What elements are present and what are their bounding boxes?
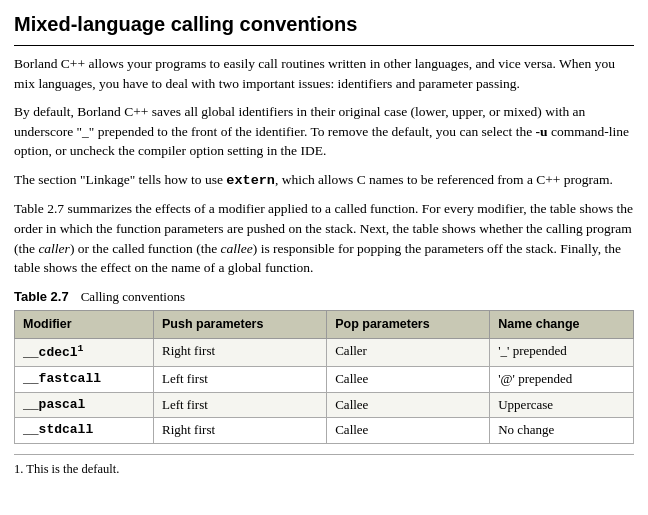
title-divider	[14, 45, 634, 46]
footnote: 1. This is the default.	[14, 454, 634, 478]
table-header: Modifier Push parameters Pop parameters …	[15, 311, 634, 338]
table-caption: Table 2.7 Calling conventions	[14, 288, 634, 307]
push-fastcall: Left first	[153, 366, 326, 392]
name-cdecl: '_' prepended	[490, 338, 634, 366]
col-header-pop: Pop parameters	[327, 311, 490, 338]
modifier-pascal: __pascal	[15, 392, 154, 418]
table-header-row: Modifier Push parameters Pop parameters …	[15, 311, 634, 338]
pop-cdecl: Caller	[327, 338, 490, 366]
push-pascal: Left first	[153, 392, 326, 418]
table-row: __cdecl1 Right first Caller '_' prepende…	[15, 338, 634, 366]
pop-fastcall: Callee	[327, 366, 490, 392]
paragraph-3: The section "Linkage" tells how to use e…	[14, 170, 634, 191]
table-row: __fastcall Left first Callee '@' prepend…	[15, 366, 634, 392]
name-pascal: Uppercase	[490, 392, 634, 418]
table-row: __pascal Left first Callee Uppercase	[15, 392, 634, 418]
col-header-name-change: Name change	[490, 311, 634, 338]
page-title: Mixed-language calling conventions	[14, 10, 634, 39]
paragraph-2: By default, Borland C++ saves all global…	[14, 102, 634, 161]
pop-stdcall: Callee	[327, 418, 490, 444]
table-label: Table 2.7	[14, 288, 69, 307]
modifier-fastcall: __fastcall	[15, 366, 154, 392]
table-body: __cdecl1 Right first Caller '_' prepende…	[15, 338, 634, 444]
modifier-stdcall: __stdcall	[15, 418, 154, 444]
name-fastcall: '@' prepended	[490, 366, 634, 392]
push-stdcall: Right first	[153, 418, 326, 444]
table-row: __stdcall Right first Callee No change	[15, 418, 634, 444]
col-header-push: Push parameters	[153, 311, 326, 338]
paragraph-4: Table 2.7 summarizes the effects of a mo…	[14, 199, 634, 277]
paragraph-1: Borland C++ allows your programs to easi…	[14, 54, 634, 93]
conventions-table: Modifier Push parameters Pop parameters …	[14, 310, 634, 444]
col-header-modifier: Modifier	[15, 311, 154, 338]
pop-pascal: Callee	[327, 392, 490, 418]
table-caption-text: Calling conventions	[81, 288, 185, 307]
modifier-cdecl: __cdecl1	[15, 338, 154, 366]
name-stdcall: No change	[490, 418, 634, 444]
push-cdecl: Right first	[153, 338, 326, 366]
